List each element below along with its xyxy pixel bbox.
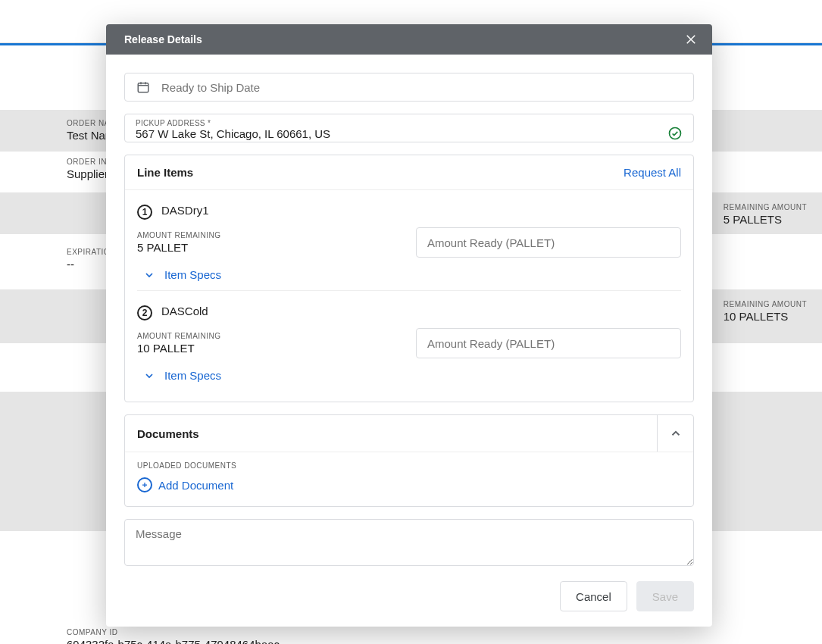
add-document-label: Add Document: [158, 479, 233, 492]
ready-to-ship-date-input[interactable]: [161, 81, 683, 94]
line-item-number: 2: [137, 305, 152, 320]
item-specs-toggle[interactable]: Item Specs: [143, 268, 681, 281]
close-icon: [684, 33, 698, 46]
release-details-modal: Release Details PICKUP ADDRESS *: [106, 24, 712, 627]
documents-collapse-toggle[interactable]: [657, 415, 693, 452]
item-specs-label: Item Specs: [164, 268, 221, 281]
message-textarea[interactable]: [124, 519, 694, 566]
item-specs-label: Item Specs: [164, 369, 221, 382]
line-item-number: 1: [137, 205, 152, 220]
plus-circle-icon: [137, 477, 152, 492]
documents-card: Documents UPLOADED DOCUMENTS Add Documen…: [124, 414, 694, 507]
close-button[interactable]: [682, 30, 700, 48]
line-item-name: DASDry1: [161, 204, 209, 217]
request-all-link[interactable]: Request All: [624, 166, 681, 179]
uploaded-documents-label: UPLOADED DOCUMENTS: [137, 461, 681, 470]
chevron-down-icon: [143, 269, 155, 281]
line-items-card: Line Items Request All 1 DASDry1 AMOUNT …: [124, 155, 694, 402]
modal-actions: Cancel Save: [124, 581, 694, 611]
documents-title: Documents: [137, 427, 199, 440]
modal-overlay: Release Details PICKUP ADDRESS *: [0, 0, 822, 644]
amount-remaining-value: 10 PALLET: [137, 342, 221, 355]
add-document-button[interactable]: Add Document: [137, 477, 681, 492]
calendar-icon: [136, 80, 151, 95]
line-item: 1 DASDry1 AMOUNT REMAINING 5 PALLET: [137, 190, 681, 290]
pickup-address-field[interactable]: PICKUP ADDRESS *: [124, 114, 694, 142]
chevron-down-icon: [143, 370, 155, 382]
amount-remaining-value: 5 PALLET: [137, 241, 221, 254]
item-specs-toggle[interactable]: Item Specs: [143, 369, 681, 382]
modal-header: Release Details: [106, 24, 712, 55]
pickup-address-input[interactable]: [136, 127, 661, 140]
amount-remaining-label: AMOUNT REMAINING: [137, 231, 221, 239]
ready-to-ship-date-field[interactable]: [124, 73, 694, 102]
amount-ready-field[interactable]: [416, 227, 681, 258]
line-item-name: DASCold: [161, 305, 208, 317]
check-circle-icon: [667, 126, 683, 141]
modal-title: Release Details: [124, 33, 202, 45]
chevron-up-icon: [669, 427, 683, 440]
line-items-title: Line Items: [137, 166, 193, 179]
line-item: 2 DASCold AMOUNT REMAINING 10 PALLET: [137, 290, 681, 391]
amount-remaining-label: AMOUNT REMAINING: [137, 332, 221, 340]
amount-ready-input[interactable]: [427, 337, 670, 350]
svg-rect-0: [138, 83, 148, 92]
cancel-button[interactable]: Cancel: [560, 581, 627, 611]
amount-ready-input[interactable]: [427, 236, 670, 249]
amount-ready-field[interactable]: [416, 328, 681, 358]
save-button[interactable]: Save: [636, 581, 694, 611]
svg-point-1: [670, 128, 681, 139]
